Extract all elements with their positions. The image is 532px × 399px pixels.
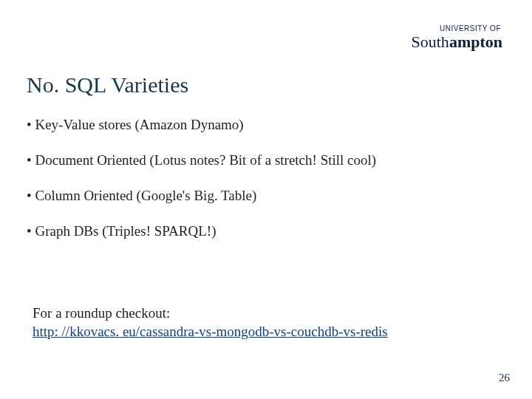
logo-over-text: UNIVERSITY OF: [412, 25, 502, 33]
bullet-list: Key-Value stores (Amazon Dynamo) Documen…: [27, 117, 505, 259]
slide-title: No. SQL Varieties: [27, 72, 188, 98]
list-item: Key-Value stores (Amazon Dynamo): [27, 117, 505, 133]
slide: UNIVERSITY OF Southampton No. SQL Variet…: [0, 0, 532, 399]
roundup-link[interactable]: http: //kkovacs. eu/cassandra-vs-mongodb…: [33, 324, 388, 339]
list-item: Graph DBs (Triples! SPARQL!): [27, 223, 505, 239]
logo-main-text: Southampton: [412, 33, 502, 51]
footer-note: For a roundup checkout: http: //kkovacs.…: [33, 304, 488, 341]
logo-bold: ampton: [449, 33, 502, 51]
footer-lead: For a roundup checkout:: [33, 305, 170, 321]
page-number: 26: [499, 372, 510, 384]
university-logo: UNIVERSITY OF Southampton: [412, 25, 502, 50]
logo-light: South: [412, 33, 449, 51]
list-item: Column Oriented (Google's Big. Table): [27, 188, 505, 204]
list-item: Document Oriented (Lotus notes? Bit of a…: [27, 152, 505, 168]
